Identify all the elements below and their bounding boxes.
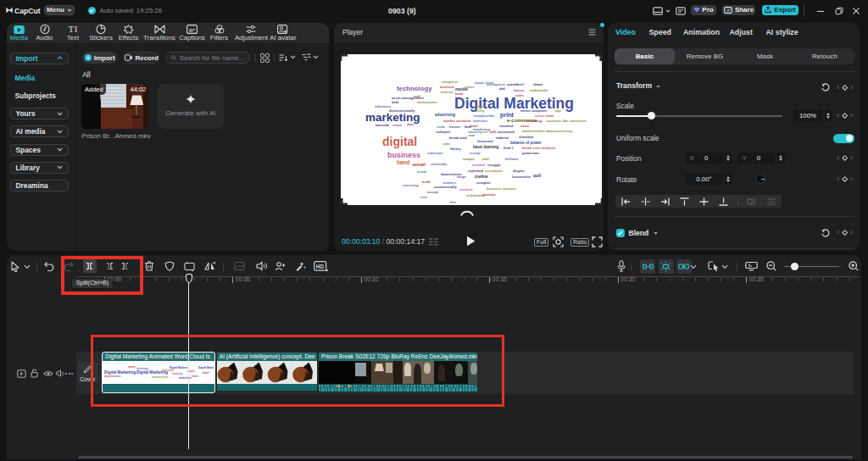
svg-text:scale: scale [437, 125, 446, 129]
svg-text:0: 0 [62, 370, 64, 375]
svg-text:criminally: criminally [431, 162, 448, 166]
svg-text:stylished: stylished [468, 169, 484, 173]
svg-text:prices: prices [465, 85, 476, 89]
svg-text:bazaar: bazaar [449, 125, 461, 129]
svg-text:conquest: conquest [442, 80, 458, 84]
svg-text:market research: market research [443, 119, 471, 123]
svg-text:dial: dial [499, 86, 505, 91]
svg-text:powerstan: powerstan [522, 151, 540, 155]
svg-text:created: created [472, 163, 485, 167]
svg-text:locomotive: locomotive [512, 175, 531, 179]
svg-text:build: build [422, 180, 431, 184]
svg-text:basic learning: basic learning [473, 145, 499, 149]
svg-text:break even analysis: break even analysis [522, 146, 556, 150]
svg-text:age: age [555, 108, 562, 113]
svg-text:isali: isali [482, 157, 489, 161]
svg-text:HD: HD [316, 264, 325, 269]
svg-text:surf: surf [481, 130, 488, 134]
svg-text:accept: accept [470, 151, 481, 155]
svg-text:hand: hand [397, 159, 410, 165]
svg-text:barcode: barcode [376, 123, 390, 127]
svg-text:memorytime: memorytime [417, 100, 438, 104]
svg-text:intuition: intuition [482, 192, 496, 197]
svg-text:inderict: inderict [496, 136, 509, 140]
svg-text:value: value [520, 124, 530, 128]
svg-text:joke: joke [442, 142, 451, 146]
svg-text:break-mail: break-mail [449, 136, 467, 140]
svg-text:dips: dips [407, 122, 415, 126]
svg-text:deal: deal [392, 100, 398, 104]
svg-text:business: business [440, 85, 455, 89]
svg-text:b2b: b2b [490, 130, 497, 134]
svg-text:disonnectically: disonnectically [389, 108, 415, 113]
svg-text:mega: mega [457, 175, 466, 179]
svg-text:administrative data processing: administrative data processing [522, 129, 572, 133]
svg-text:balance of power: balance of power [510, 141, 542, 145]
svg-text:zoetine: zoetine [475, 175, 488, 179]
svg-text:flask: flask [476, 104, 485, 108]
svg-text:multimedia: multimedia [530, 88, 548, 92]
svg-text:snore: snore [392, 123, 403, 127]
svg-text:outsiders!: outsiders! [507, 82, 524, 86]
svg-text:ems: ems [420, 195, 428, 199]
svg-text:bonus: bonus [514, 88, 525, 92]
svg-text:sideways: sideways [427, 151, 443, 155]
svg-text:this: this [450, 200, 457, 204]
svg-text:share: share [533, 82, 543, 86]
svg-text:beach: beach [417, 169, 427, 174]
svg-text:email: email [413, 162, 426, 167]
svg-text:masterly: masterly [468, 130, 482, 134]
svg-text:retailing: retailing [528, 119, 542, 123]
svg-text:stressing: stressing [403, 183, 419, 187]
svg-text:creative: creative [459, 187, 474, 192]
svg-text:degree: degree [513, 169, 525, 173]
svg-text:library: library [450, 147, 461, 151]
svg-text:advertising: advertising [435, 113, 455, 117]
svg-text:digital: digital [382, 135, 417, 148]
svg-text:touched: touched [499, 124, 514, 128]
svg-text:retail: retail [470, 124, 478, 128]
svg-text:memo computer: memo computer [520, 108, 548, 113]
svg-text:business: business [387, 151, 420, 159]
svg-text:every: every [476, 108, 485, 113]
svg-text:commercially: commercially [434, 185, 457, 189]
svg-text:sales: sales [515, 93, 525, 97]
svg-text:interest: interest [441, 90, 453, 94]
svg-text:software: software [436, 130, 451, 134]
svg-text:fluid 1: fluid 1 [504, 146, 515, 150]
svg-text:struggle: struggle [487, 163, 502, 167]
svg-text:historical: historical [477, 139, 493, 143]
svg-text:technology: technology [397, 85, 432, 92]
svg-text:business contacts: business contacts [487, 186, 517, 191]
svg-text:informers: informers [375, 104, 392, 108]
svg-text:raid: raid [414, 94, 420, 98]
svg-text:unique: unique [463, 157, 475, 161]
svg-text:auctioned: auctioned [498, 130, 515, 134]
svg-text:circulation: circulation [485, 169, 504, 173]
svg-text:quill: quill [533, 174, 541, 178]
svg-text:accept: accept [427, 190, 439, 194]
svg-text:attention: attention [473, 119, 487, 123]
svg-text:brilliant: brilliant [505, 157, 519, 161]
svg-text:business-like commerce: business-like commerce [547, 119, 587, 123]
svg-text:cross radar: cross radar [535, 114, 554, 118]
svg-text:book: book [455, 92, 464, 96]
svg-text:clientbar: clientbar [519, 135, 534, 139]
svg-text:complor: complor [476, 181, 491, 185]
svg-text:imeplausible: imeplausible [473, 114, 495, 118]
